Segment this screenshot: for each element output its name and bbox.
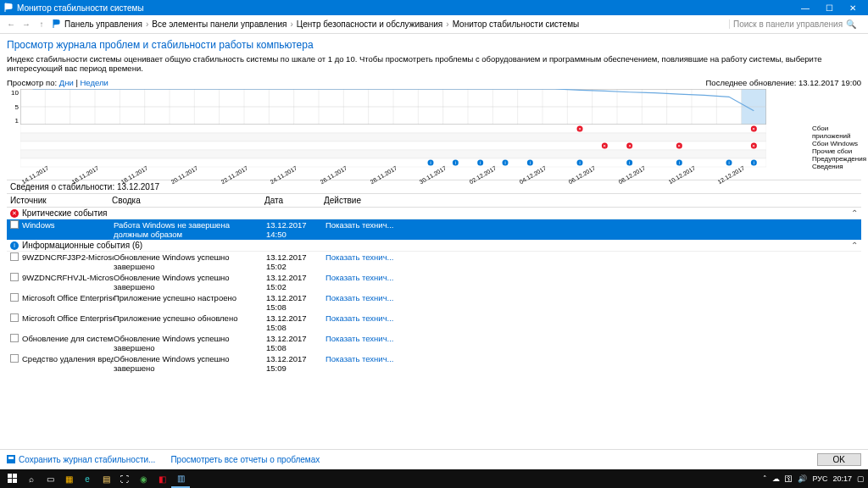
search-task-icon[interactable]: ⌕ (22, 469, 41, 488)
view-all-reports-link[interactable]: Просмотреть все отчеты о проблемах (170, 455, 320, 464)
svg-rect-37 (20, 133, 766, 141)
app2-icon[interactable]: ◧ (153, 469, 171, 488)
col-summary[interactable]: Сводка (108, 194, 261, 207)
breadcrumb-item[interactable]: Центр безопасности и обслуживания (297, 19, 442, 29)
last-update: Последнее обновление: 13.12.2017 19:00 (706, 78, 861, 87)
group-critical[interactable]: ✕ Критические события ⌃ (7, 208, 861, 219)
ytick: 5 (7, 103, 19, 111)
close-button[interactable]: ✕ (841, 3, 865, 13)
view-days-link[interactable]: Дни (59, 78, 74, 87)
start-button[interactable] (3, 469, 22, 488)
breadcrumb-sep: › (446, 19, 448, 29)
toolbar: ← → ↑ Панель управления › Все элементы п… (0, 15, 868, 34)
table-row[interactable]: 9WZDNCRFHVJL-Microsoft.Office...Обновлен… (7, 272, 861, 292)
doc-icon (10, 354, 19, 363)
action-link[interactable]: Показать технич... (326, 313, 394, 323)
col-action[interactable]: Действие (320, 194, 861, 207)
store-icon[interactable]: ⛶ (115, 469, 134, 488)
doc-icon (10, 273, 19, 281)
table-row[interactable]: WindowsРабота Windows не завершена должн… (7, 219, 861, 240)
group-label: Информационные события (6) (22, 241, 142, 250)
tray-volume-icon[interactable]: 🔊 (798, 474, 807, 483)
table-row[interactable]: Обновление для системы безоп...Обновлени… (7, 333, 861, 353)
view-sep: | (75, 78, 77, 87)
forward-button[interactable]: → (19, 19, 34, 29)
view-row: Просмотр по: Дни | Недели Последнее обно… (7, 78, 861, 87)
action-link[interactable]: Показать технич... (326, 334, 394, 343)
page-description: Индекс стабильности системы оценивает об… (7, 54, 861, 73)
group-info[interactable]: i Информационные события (6) ⌃ (7, 240, 861, 252)
maximize-button[interactable]: ☐ (817, 3, 841, 13)
action-link[interactable]: Показать технич... (326, 220, 394, 230)
row-labels: Сбои приложений Сбои Windows Прочие сбои… (810, 125, 861, 167)
svg-text:i: i (480, 160, 481, 165)
tray-lang[interactable]: РУС (812, 474, 827, 483)
svg-text:✕: ✕ (628, 143, 632, 148)
save-journal-link[interactable]: Сохранить журнал стабильности... (19, 455, 155, 464)
chart-svg[interactable]: ✕✕✕✕✕✕iiiiiiiiii (20, 89, 766, 174)
app-icon[interactable]: ▦ (59, 469, 78, 488)
table-row[interactable]: 9WZDNCRFJ3P2-Microsoft.ZuneVi...Обновлен… (7, 252, 861, 272)
svg-text:✕: ✕ (677, 143, 681, 148)
breadcrumb-item[interactable]: Все элементы панели управления (152, 19, 287, 29)
doc-icon (10, 313, 19, 322)
action-link[interactable]: Показать технич... (326, 273, 394, 282)
taskview-icon[interactable]: ▭ (41, 469, 59, 488)
svg-rect-36 (20, 125, 766, 133)
minimize-button[interactable]: — (793, 3, 817, 13)
table-row[interactable]: Microsoft Office Enterprise 2007Приложен… (7, 292, 861, 313)
svg-text:i: i (504, 160, 505, 165)
error-icon: ✕ (10, 209, 19, 218)
column-headers: Источник Сводка Дата Действие (7, 193, 861, 208)
svg-rect-75 (8, 474, 12, 478)
tray-network-icon[interactable]: ⚿ (785, 474, 793, 483)
svg-rect-74 (8, 457, 14, 459)
info-icon: i (10, 241, 19, 250)
collapse-icon[interactable]: ⌃ (851, 241, 858, 250)
doc-icon (10, 220, 19, 229)
breadcrumb-sep: › (146, 19, 148, 29)
collapse-icon[interactable]: ⌃ (851, 208, 858, 218)
table-row[interactable]: Средство удаления вредоносны...Обновлени… (7, 353, 861, 374)
breadcrumb-item[interactable]: Панель управления (64, 19, 142, 29)
control-panel-icon[interactable]: ▥ (171, 469, 190, 488)
tray-chevron-icon[interactable]: ˄ (763, 474, 767, 483)
back-button[interactable]: ← (3, 19, 19, 29)
tray-cloud-icon[interactable]: ☁ (772, 474, 780, 483)
x-axis: 14.11.201716.11.201718.11.201720.11.2017… (20, 172, 766, 178)
chrome-icon[interactable]: ◉ (134, 469, 153, 488)
doc-icon (10, 334, 19, 342)
search-box[interactable]: Поиск в панели управления 🔍 (729, 19, 865, 29)
up-button[interactable]: ↑ (34, 19, 49, 29)
titlebar: Монитор стабильности системы — ☐ ✕ (0, 0, 868, 15)
ok-button[interactable]: OK (817, 453, 861, 466)
tray-time[interactable]: 20:17 (832, 474, 852, 483)
ytick: 10 (7, 89, 19, 97)
flag-icon-small (53, 19, 61, 30)
system-tray[interactable]: ˄ ☁ ⚿ 🔊 РУС 20:17 ▢ (763, 474, 865, 483)
page-heading: Просмотр журнала проблем и стабильности … (7, 39, 861, 51)
svg-rect-76 (13, 474, 17, 478)
svg-text:i: i (728, 160, 729, 165)
edge-icon[interactable]: e (78, 469, 97, 488)
svg-rect-39 (20, 150, 766, 158)
label-info: Сведения (812, 163, 861, 170)
stability-chart[interactable]: 10 5 1 ✕✕✕✕✕✕iiiiiiiiii 14.11.201716.11.… (7, 89, 861, 178)
col-source[interactable]: Источник (7, 194, 108, 207)
col-date[interactable]: Дата (261, 194, 320, 207)
action-link[interactable]: Показать технич... (326, 293, 394, 302)
label-misc-fail: Прочие сбои (812, 147, 861, 155)
view-weeks-link[interactable]: Недели (80, 78, 108, 87)
taskbar: ⌕ ▭ ▦ e ▤ ⛶ ◉ ◧ ▥ ˄ ☁ ⚿ 🔊 РУС 20:17 ▢ (0, 469, 868, 488)
svg-text:✕: ✕ (603, 143, 606, 148)
doc-icon (10, 252, 19, 261)
breadcrumb-sep: › (290, 19, 292, 29)
action-link[interactable]: Показать технич... (326, 252, 394, 262)
disk-icon (7, 455, 15, 465)
table-row[interactable]: Microsoft Office Enterprise 2007Приложен… (7, 313, 861, 333)
label-win-fail: Сбои Windows (812, 140, 861, 147)
breadcrumb-item[interactable]: Монитор стабильности системы (453, 19, 580, 29)
action-link[interactable]: Показать технич... (326, 354, 394, 363)
tray-notification-icon[interactable]: ▢ (857, 474, 865, 483)
explorer-icon[interactable]: ▤ (97, 469, 115, 488)
